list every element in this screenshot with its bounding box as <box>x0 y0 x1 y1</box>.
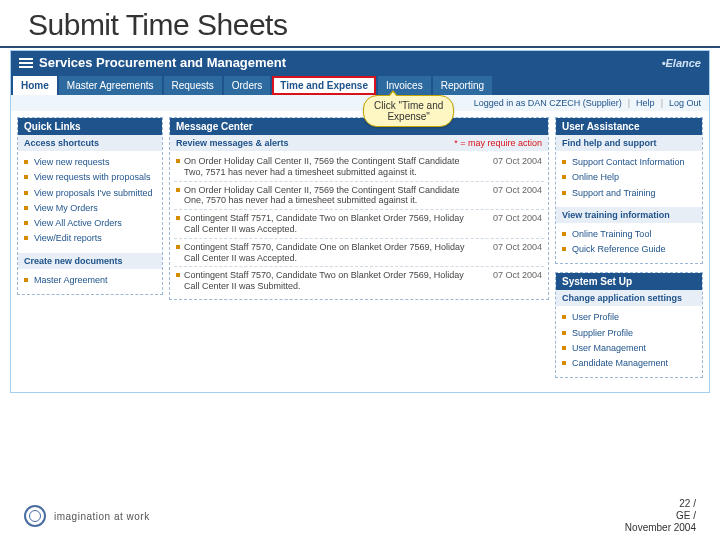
system-setup-panel: System Set Up Change application setting… <box>555 272 703 378</box>
bullet-icon <box>176 273 180 277</box>
quick-links-header: Quick Links <box>18 118 162 135</box>
content-columns: Quick Links Access shortcuts View new re… <box>11 111 709 392</box>
footer-owner: GE / <box>625 510 696 522</box>
brand-logo: •Elance <box>662 57 701 69</box>
nav-orders[interactable]: Orders <box>224 76 271 95</box>
bullet-icon <box>176 188 180 192</box>
slide-footer: imagination at work 22 / GE / November 2… <box>0 498 720 534</box>
create-docs-sub: Create new documents <box>18 253 162 269</box>
message-date: 07 Oct 2004 <box>482 270 542 292</box>
message-text: Contingent Staff 7570, Candidate Two on … <box>184 270 478 292</box>
footer-meta: 22 / GE / November 2004 <box>625 498 696 534</box>
system-setup-header: System Set Up <box>556 273 702 290</box>
middle-column: Message Center Review messages & alerts … <box>169 117 549 308</box>
app-title: Services Procurement and Management <box>39 55 286 70</box>
bullet-icon <box>176 245 180 249</box>
instruction-callout: Click "Time and Expense" <box>363 95 454 127</box>
logout-link[interactable]: Log Out <box>669 98 701 108</box>
callout-line1: Click "Time and <box>374 100 443 111</box>
nav-master-agreements[interactable]: Master Agreements <box>59 76 162 95</box>
message-text: On Order Holiday Call Center II, 7569 th… <box>184 156 478 178</box>
message-date: 07 Oct 2004 <box>482 185 542 207</box>
ql-view-edit-reports[interactable]: View/Edit reports <box>20 231 160 246</box>
message-row[interactable]: On Order Holiday Call Center II, 7569 th… <box>174 153 544 182</box>
nav-bar: Home Master Agreements Requests Orders T… <box>11 74 709 95</box>
ql-view-proposals-submitted[interactable]: View proposals I've submitted <box>20 186 160 201</box>
message-row[interactable]: Contingent Staff 7571, Candidate Two on … <box>174 210 544 239</box>
system-setup-sub: Change application settings <box>556 290 702 306</box>
nav-home[interactable]: Home <box>13 76 57 95</box>
create-master-agreement[interactable]: Master Agreement <box>20 273 160 288</box>
ss-user-profile[interactable]: User Profile <box>558 310 700 325</box>
footer-page: 22 / <box>625 498 696 510</box>
message-center-header: Message Center <box>170 118 548 135</box>
user-bar: Click "Time and Expense" Logged in as DA… <box>11 95 709 111</box>
ua-support-training[interactable]: Support and Training <box>558 186 700 201</box>
ge-logo-icon <box>24 505 46 527</box>
title-rule <box>0 46 720 48</box>
tr-quick-reference[interactable]: Quick Reference Guide <box>558 242 700 257</box>
message-date: 07 Oct 2004 <box>482 242 542 264</box>
ql-view-new-requests[interactable]: View new requests <box>20 155 160 170</box>
nav-reporting[interactable]: Reporting <box>433 76 492 95</box>
ql-view-requests-proposals[interactable]: View requests with proposals <box>20 170 160 185</box>
app-header: Services Procurement and Management •Ela… <box>11 51 709 74</box>
mc-required-note: * = may require action <box>454 138 542 148</box>
slide-title: Submit Time Sheets <box>0 0 720 46</box>
training-sub: View training information <box>556 207 702 223</box>
message-date: 07 Oct 2004 <box>482 156 542 178</box>
callout-line2: Expense" <box>387 111 429 122</box>
message-text: On Order Holiday Call Center II, 7569 th… <box>184 185 478 207</box>
nav-invoices[interactable]: Invoices <box>378 76 431 95</box>
mc-sub-label: Review messages & alerts <box>176 138 289 148</box>
app-screenshot: Services Procurement and Management •Ela… <box>10 50 710 393</box>
quick-links-panel: Quick Links Access shortcuts View new re… <box>17 117 163 295</box>
ql-view-my-orders[interactable]: View My Orders <box>20 201 160 216</box>
separator: | <box>661 98 663 108</box>
logged-in-label: Logged in as DAN CZECH (Supplier) <box>474 98 622 108</box>
ua-online-help[interactable]: Online Help <box>558 170 700 185</box>
user-assistance-header: User Assistance <box>556 118 702 135</box>
message-list: On Order Holiday Call Center II, 7569 th… <box>170 151 548 299</box>
bullet-icon <box>176 159 180 163</box>
quick-links-sub: Access shortcuts <box>18 135 162 151</box>
message-date: 07 Oct 2004 <box>482 213 542 235</box>
user-assistance-panel: User Assistance Find help and support Su… <box>555 117 703 264</box>
message-center-sub: Review messages & alerts * = may require… <box>170 135 548 151</box>
message-row[interactable]: On Order Holiday Call Center II, 7569 th… <box>174 182 544 211</box>
tr-online-training[interactable]: Online Training Tool <box>558 227 700 242</box>
message-center-panel: Message Center Review messages & alerts … <box>169 117 549 300</box>
ua-support-contact[interactable]: Support Contact Information <box>558 155 700 170</box>
ss-supplier-profile[interactable]: Supplier Profile <box>558 326 700 341</box>
right-column: User Assistance Find help and support Su… <box>555 117 703 386</box>
bullet-icon <box>176 216 180 220</box>
ss-user-management[interactable]: User Management <box>558 341 700 356</box>
message-row[interactable]: Contingent Staff 7570, Candidate One on … <box>174 239 544 268</box>
help-link[interactable]: Help <box>636 98 655 108</box>
message-text: Contingent Staff 7570, Candidate One on … <box>184 242 478 264</box>
nav-time-expense[interactable]: Time and Expense <box>272 76 376 95</box>
ql-view-all-active-orders[interactable]: View All Active Orders <box>20 216 160 231</box>
footer-date: November 2004 <box>625 522 696 534</box>
message-text: Contingent Staff 7571, Candidate Two on … <box>184 213 478 235</box>
ss-candidate-management[interactable]: Candidate Management <box>558 356 700 371</box>
footer-tagline: imagination at work <box>54 511 150 522</box>
left-column: Quick Links Access shortcuts View new re… <box>17 117 163 303</box>
nav-requests[interactable]: Requests <box>164 76 222 95</box>
message-row[interactable]: Contingent Staff 7570, Candidate Two on … <box>174 267 544 295</box>
user-assistance-sub: Find help and support <box>556 135 702 151</box>
separator: | <box>628 98 630 108</box>
menu-icon[interactable] <box>19 58 33 68</box>
